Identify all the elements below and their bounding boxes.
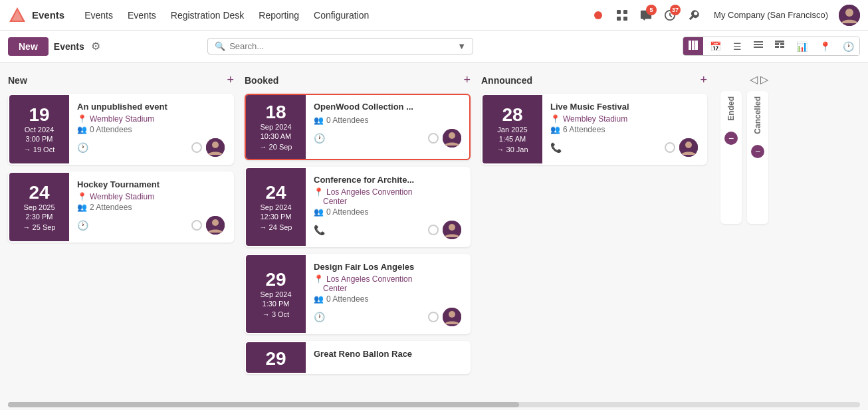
menu-reporting[interactable]: Reporting — [252, 7, 306, 23]
search-container: 🔍 ▼ — [207, 38, 473, 54]
event-footer-livemusic: 📞 — [550, 138, 698, 157]
menu-registration-desk[interactable]: Registration Desk — [164, 7, 251, 23]
wrench-icon[interactable] — [685, 6, 703, 25]
view-chart-button[interactable]: 📊 — [791, 37, 813, 55]
column-add-announced[interactable]: + — [700, 73, 707, 87]
sidebar-cancelled-toggle[interactable]: − — [751, 145, 764, 158]
nav-arrows-top: ◁ ▷ — [720, 73, 768, 86]
svg-rect-14 — [754, 47, 763, 48]
app-name: Events — [32, 9, 64, 21]
top-navigation: Events Events Events Registration Desk R… — [0, 0, 868, 31]
view-calendar-button[interactable]: 📅 — [705, 37, 726, 55]
svg-point-8 — [845, 9, 853, 17]
svg-rect-15 — [775, 41, 784, 43]
svg-point-27 — [449, 224, 455, 231]
event-card-designfair[interactable]: 29 Sep 2024 1:30 PM → 3 Oct Design Fair … — [245, 254, 471, 334]
event-location2-designfair: Center — [314, 284, 461, 293]
app-logo[interactable] — [8, 6, 27, 25]
attendees-icon: 👥 — [314, 116, 324, 125]
event-card-unpublished[interactable]: 19 Oct 2024 3:00 PM → 19 Oct An unpublis… — [8, 94, 234, 165]
event-date-conference: 24 Sep 2024 12:30 PM → 24 Sep — [246, 168, 306, 246]
event-title-hockey: Hockey Tournament — [77, 179, 225, 189]
column-add-booked[interactable]: + — [463, 73, 471, 87]
event-location2-conference: Center — [314, 197, 461, 206]
event-footer-designfair: 🕐 — [314, 308, 461, 326]
menu-events2[interactable]: Events — [121, 7, 163, 23]
activity-badge: 37 — [670, 5, 681, 15]
event-title-conference: Conference for Archite... — [314, 175, 461, 185]
svg-rect-3 — [623, 10, 627, 14]
view-clock-button[interactable]: 🕐 — [837, 37, 859, 55]
view-table-button[interactable] — [770, 37, 790, 55]
event-attendees-livemusic: 👥 6 Attendees — [550, 125, 698, 134]
event-body-livemusic: Live Music Festival 📍 Wembley Stadium 👥 … — [542, 95, 706, 163]
event-toggle-hockey[interactable] — [191, 220, 202, 231]
search-dropdown-arrow[interactable]: ▼ — [457, 41, 466, 51]
attendees-icon: 👥 — [550, 125, 560, 134]
event-avatar-unpublished — [206, 138, 225, 157]
chat-icon[interactable]: 5 — [637, 6, 655, 25]
view-kanban-button[interactable] — [683, 37, 703, 55]
location-pin-icon: 📍 — [314, 274, 324, 284]
user-avatar[interactable] — [839, 5, 860, 26]
menu-configuration[interactable]: Configuration — [307, 7, 376, 23]
event-date-livemusic: 28 Jan 2025 1:45 AM → 30 Jan — [483, 95, 542, 163]
svg-point-29 — [449, 311, 455, 318]
event-toggle-openwood[interactable] — [428, 133, 439, 144]
new-button[interactable]: New — [8, 37, 49, 56]
svg-rect-5 — [623, 17, 627, 21]
event-attendees-openwood: 👥 0 Attendees — [314, 116, 461, 125]
activity-icon[interactable]: 37 — [661, 6, 679, 25]
view-list-button[interactable]: ☰ — [728, 37, 747, 55]
menu-events1[interactable]: Events — [78, 7, 120, 23]
nav-left-arrow[interactable]: ◁ — [750, 73, 758, 86]
svg-rect-13 — [754, 44, 763, 45]
event-toggle-livemusic[interactable] — [665, 142, 675, 153]
nav-right-arrow[interactable]: ▷ — [760, 73, 768, 86]
header-icons: 5 37 My Company (San Francisco) — [589, 5, 860, 26]
sidebar-columns: Ended − Cancelled − — [720, 91, 768, 224]
event-card-openwood[interactable]: 18 Sep 2024 10:30 AM → 20 Sep OpenWood C… — [245, 94, 471, 160]
chat-badge: 5 — [646, 5, 657, 15]
event-card-hockey[interactable]: 24 Sep 2025 2:30 PM → 25 Sep Hockey Tour… — [8, 171, 234, 243]
event-body-designfair: Design Fair Los Angeles 📍 Los Angeles Co… — [306, 255, 469, 333]
event-title-designfair: Design Fair Los Angeles — [314, 262, 461, 272]
svg-rect-18 — [775, 46, 779, 48]
svg-point-21 — [212, 142, 219, 148]
attendees-icon: 👥 — [314, 207, 324, 217]
view-switcher: 📅 ☰ 📊 📍 🕐 — [683, 37, 860, 56]
apps-icon[interactable] — [613, 6, 631, 25]
svg-rect-11 — [695, 41, 698, 50]
event-body-hockey: Hockey Tournament 📍 Wembley Stadium 👥 2 … — [69, 173, 233, 241]
clock-icon: 🕐 — [314, 312, 325, 322]
event-card-conference[interactable]: 24 Sep 2024 12:30 PM → 24 Sep Conference… — [245, 167, 471, 247]
event-card-livemusic[interactable]: 28 Jan 2025 1:45 AM → 30 Jan Live Music … — [481, 94, 707, 165]
view-list2-button[interactable] — [748, 37, 768, 55]
event-footer-hockey: 🕐 — [77, 216, 225, 235]
search-input[interactable] — [229, 41, 453, 51]
sidebar-ended-toggle[interactable]: − — [724, 132, 738, 145]
event-toggle-designfair[interactable] — [428, 312, 439, 322]
svg-rect-17 — [780, 43, 784, 45]
column-title-new: New — [8, 75, 27, 86]
event-attendees-hockey: 👥 2 Attendees — [77, 203, 225, 212]
search-icon: 🔍 — [215, 41, 225, 51]
clock-icon: 🕐 — [77, 220, 88, 231]
status-indicator[interactable] — [589, 6, 607, 25]
view-map-button[interactable]: 📍 — [814, 37, 836, 55]
event-attendees-designfair: 👥 0 Attendees — [314, 294, 461, 304]
svg-point-25 — [449, 132, 455, 139]
sidebar-cancelled-label: Cancelled — [753, 96, 762, 134]
settings-gear-icon[interactable]: ⚙ — [91, 40, 100, 52]
column-title-announced: Announced — [481, 75, 532, 86]
horizontal-scrollbar[interactable] — [8, 402, 860, 407]
event-footer-unpublished: 🕐 — [77, 138, 225, 157]
event-toggle-unpublished[interactable] — [191, 142, 202, 153]
svg-point-31 — [685, 142, 692, 148]
svg-rect-12 — [754, 41, 763, 43]
event-card-reno[interactable]: 29 Great Reno Ballon Race — [245, 341, 471, 374]
location-pin-icon: 📍 — [550, 114, 560, 124]
phone-icon: 📞 — [314, 225, 325, 235]
column-add-new[interactable]: + — [227, 73, 234, 87]
event-toggle-conference[interactable] — [428, 225, 439, 235]
